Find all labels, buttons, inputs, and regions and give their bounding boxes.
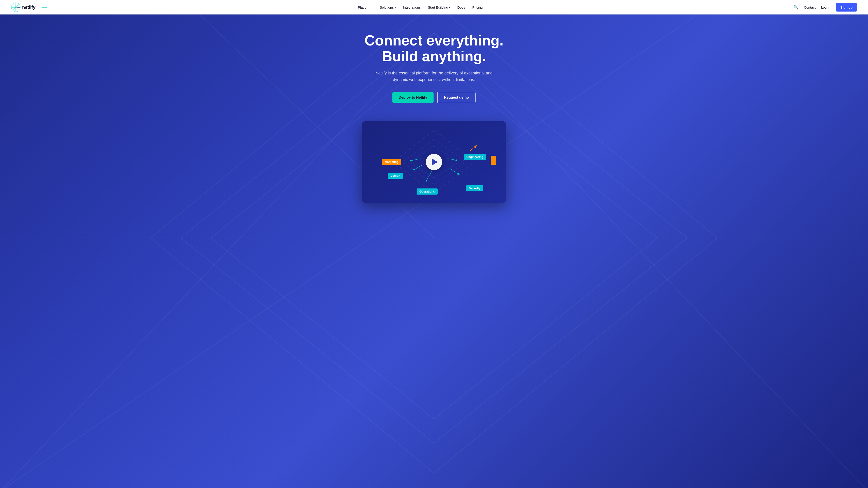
nav-docs[interactable]: Docs: [457, 5, 465, 9]
nav-pricing[interactable]: Pricing: [472, 5, 483, 9]
hero-title: Connect everything. Build anything.: [364, 33, 503, 64]
svg-line-26: [426, 171, 432, 181]
logo[interactable]: netlify: [11, 2, 47, 12]
search-icon[interactable]: 🔍: [794, 5, 798, 10]
svg-line-27: [449, 168, 459, 174]
svg-line-28: [470, 146, 476, 151]
label-operations: Operations: [416, 189, 438, 195]
play-button[interactable]: [426, 154, 442, 170]
nav-right: 🔍 Contact Log in Sign up: [794, 3, 857, 11]
request-demo-button[interactable]: Request demo: [437, 92, 475, 103]
play-icon: [432, 159, 438, 166]
signup-button[interactable]: Sign up: [836, 3, 857, 11]
label-design: Design: [388, 173, 403, 179]
nav-login[interactable]: Log in: [821, 5, 830, 9]
svg-text:netlify: netlify: [22, 5, 36, 10]
label-security: Security: [466, 185, 483, 192]
svg-point-5: [15, 6, 17, 8]
chevron-down-icon: ▾: [449, 6, 450, 8]
navbar: netlify Platform ▾ Solutions ▾ Integrati…: [0, 0, 868, 15]
nav-links: Platform ▾ Solutions ▾ Integrations Star…: [358, 5, 483, 9]
svg-line-23: [410, 159, 421, 161]
label-engineering: Engineering: [464, 154, 486, 160]
video-card: Marketing Engineering Design Security Op…: [362, 121, 506, 203]
accent-bar: [491, 156, 496, 165]
chevron-down-icon: ▾: [371, 6, 373, 8]
hero-section: Connect everything. Build anything. Netl…: [0, 0, 868, 488]
svg-line-24: [447, 159, 457, 160]
deploy-button[interactable]: Deploy to Netlify: [393, 92, 434, 103]
hero-subtitle: Netlify is the essential platform for th…: [375, 70, 493, 83]
hero-content: Connect everything. Build anything. Netl…: [359, 15, 509, 112]
nav-integrations[interactable]: Integrations: [403, 5, 421, 9]
label-marketing: Marketing: [382, 159, 401, 165]
nav-platform[interactable]: Platform ▾: [358, 5, 373, 9]
nav-solutions[interactable]: Solutions ▾: [380, 5, 396, 9]
nav-start-building[interactable]: Start Building ▾: [428, 5, 450, 9]
hero-ctas: Deploy to Netlify Request demo: [393, 92, 475, 103]
video-inner: Marketing Engineering Design Security Op…: [362, 121, 506, 203]
nav-contact[interactable]: Contact: [804, 5, 815, 9]
chevron-down-icon: ▾: [395, 6, 396, 8]
